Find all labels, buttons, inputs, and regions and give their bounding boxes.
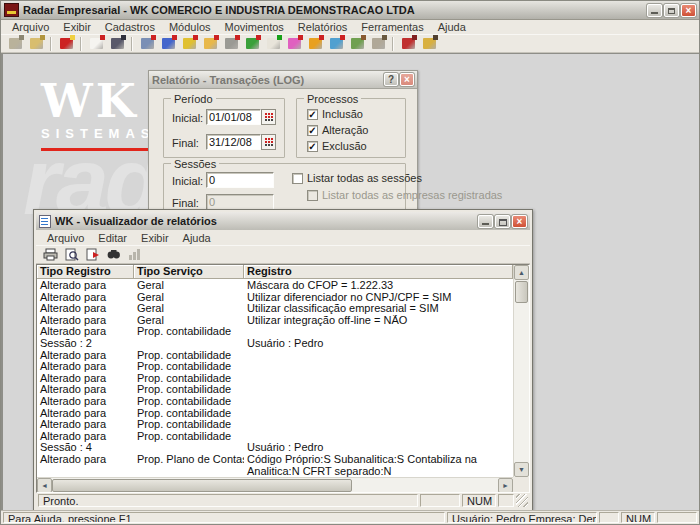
calendar-icon	[265, 138, 273, 146]
table-row[interactable]: Sessão : 4Usuário : Pedro	[37, 442, 513, 454]
scroll-down-icon[interactable]: ▼	[514, 462, 529, 477]
config-button[interactable]	[419, 35, 439, 52]
viewer-minimize-button[interactable]	[478, 215, 493, 228]
open-button[interactable]	[5, 35, 25, 52]
find-button[interactable]	[103, 246, 123, 263]
resize-grip[interactable]	[516, 494, 528, 507]
module-estoque-icon	[162, 38, 175, 49]
main-titlebar[interactable]: Radar Empresarial - WK COMERCIO E INDUST…	[1, 1, 699, 20]
module-rh-button[interactable]	[347, 35, 367, 52]
cell-registro: Usuário : Pedro	[244, 338, 513, 350]
processo-checkbox-inclusao[interactable]: ✓Inclusão	[307, 108, 363, 120]
table-row[interactable]: Alterado paraProp. contabilidade	[37, 384, 513, 396]
icon-accent	[361, 35, 366, 40]
export-button[interactable]	[82, 246, 102, 263]
module-fiscal-button[interactable]	[242, 35, 262, 52]
chart-button[interactable]	[124, 246, 144, 263]
vertical-scroll-track[interactable]	[514, 280, 529, 462]
menu-exibir[interactable]: Exibir	[56, 21, 98, 33]
module-faturamento-button[interactable]	[179, 35, 199, 52]
module-financeiro-button[interactable]	[200, 35, 220, 52]
sair-button[interactable]	[398, 35, 418, 52]
close-button[interactable]: ×	[681, 4, 696, 17]
minimize-button[interactable]	[647, 4, 662, 17]
module-pessoal-icon	[288, 38, 301, 49]
column-header-tipo-registro[interactable]: Tipo Registro	[37, 265, 134, 278]
status-pane	[599, 512, 619, 523]
periodo-final-input[interactable]: 31/12/08	[206, 134, 261, 150]
menu-relatorios[interactable]: Relatórios	[291, 21, 355, 33]
dialog-titlebar[interactable]: Relatório - Transações (LOG) ? ×	[149, 71, 417, 89]
viewer-menu-ajuda[interactable]: Ajuda	[176, 232, 218, 244]
menu-arquivo[interactable]: Arquivo	[5, 21, 56, 33]
processo-checkbox-alteracao[interactable]: ✓Alteração	[307, 124, 368, 136]
column-header-registro[interactable]: Registro	[244, 265, 513, 278]
table-row[interactable]: Alterado paraGeralUtilizar integração of…	[37, 315, 513, 327]
periodo-inicial-input[interactable]: 01/01/08	[206, 109, 261, 125]
module-compras-button[interactable]	[137, 35, 157, 52]
menu-ferramentas[interactable]: Ferramentas	[354, 21, 430, 33]
table-row[interactable]: Alterado paraProp. contabilidade	[37, 326, 513, 338]
table-row[interactable]: Alterado paraProp. contabilidade	[37, 396, 513, 408]
periodo-inicial-calendar-button[interactable]	[261, 109, 276, 125]
config-icon	[423, 38, 436, 49]
viewer-menu-exibir[interactable]: Exibir	[134, 232, 176, 244]
table-row[interactable]: Alterado paraProp. contabilidade	[37, 350, 513, 362]
print-preview-button[interactable]	[61, 246, 81, 263]
table-row[interactable]: Alterado paraProp. contabilidade	[37, 431, 513, 443]
viewer-menu-arquivo[interactable]: Arquivo	[40, 232, 91, 244]
table-row[interactable]: Alterado paraGeralMáscara do CFOP = 1.22…	[37, 280, 513, 292]
module-agenda-button[interactable]	[326, 35, 346, 52]
cell-tipo-servico: Prop. contabilidade	[134, 326, 244, 338]
restore-button[interactable]	[664, 4, 679, 17]
print-button[interactable]	[40, 246, 60, 263]
table-row[interactable]: Alterado paraProp. contabilidade	[37, 373, 513, 385]
menu-cadastros[interactable]: Cadastros	[98, 21, 162, 33]
table-row[interactable]: Alterado paraProp. contabilidade	[37, 408, 513, 420]
menu-ajuda[interactable]: Ajuda	[431, 21, 473, 33]
sessoes-inicial-input[interactable]: 0	[206, 172, 274, 188]
table-row[interactable]: Alterado paraGeralUtilizar classificação…	[37, 303, 513, 315]
folder-icon	[30, 38, 43, 49]
module-contabil-button[interactable]	[263, 35, 283, 52]
menu-movimentos[interactable]: Movimentos	[218, 21, 291, 33]
menu-modulos[interactable]: Módulos	[162, 21, 218, 33]
scroll-up-icon[interactable]: ▲	[514, 265, 529, 280]
viewer-num-indicator: NUM	[462, 494, 496, 507]
processo-checkbox-exclusao[interactable]: ✓Exclusão	[307, 140, 367, 152]
horizontal-scroll-thumb[interactable]	[52, 479, 352, 492]
folder-button[interactable]	[26, 35, 46, 52]
scroll-right-icon[interactable]: ►	[498, 478, 513, 493]
scroll-left-icon[interactable]: ◄	[37, 478, 52, 493]
dialog-close-button[interactable]: ×	[400, 73, 414, 86]
minimize-icon	[651, 12, 658, 14]
module-seguranca-button[interactable]	[368, 35, 388, 52]
viewer-close-button[interactable]: ×	[512, 215, 527, 228]
table-row[interactable]: Alterado paraProp. contabilidade	[37, 419, 513, 431]
module-producao-button[interactable]	[221, 35, 241, 52]
module-financeiro-icon	[204, 38, 217, 49]
processos-label: Processos	[304, 93, 361, 105]
module-pessoal-button[interactable]	[284, 35, 304, 52]
table-row[interactable]: Alterado paraGeralUtilizar diferenciador…	[37, 292, 513, 304]
backup-tape-button[interactable]	[56, 35, 76, 52]
table-row[interactable]: Alterado paraProp. contabilidade	[37, 361, 513, 373]
horizontal-scroll-track[interactable]	[52, 478, 498, 492]
table-row[interactable]: Alterado paraProp. Plano de ContasCódigo…	[37, 454, 513, 477]
dialog-help-button[interactable]: ?	[384, 73, 398, 86]
vertical-scroll-thumb[interactable]	[515, 281, 528, 303]
users-button[interactable]	[107, 35, 127, 52]
vertical-scrollbar[interactable]: ▲ ▼	[513, 265, 529, 477]
viewer-menu-editar[interactable]: Editar	[91, 232, 134, 244]
module-estoque-button[interactable]	[158, 35, 178, 52]
viewer-maximize-button[interactable]	[495, 215, 510, 228]
table-row[interactable]: Sessão : 2Usuário : Pedro	[37, 338, 513, 350]
periodo-final-calendar-button[interactable]	[261, 134, 276, 150]
viewer-titlebar[interactable]: WK - Visualizador de relatórios ×	[36, 212, 530, 230]
module-atualizacao-button[interactable]	[305, 35, 325, 52]
viewer-title: WK - Visualizador de relatórios	[55, 215, 474, 227]
column-header-tipo-servico[interactable]: Tipo Serviço	[134, 265, 244, 278]
horizontal-scrollbar[interactable]: ◄ ►	[37, 477, 513, 492]
company-doc-button[interactable]	[86, 35, 106, 52]
listar-sessoes-checkbox[interactable]: Listar todas as sessões	[292, 172, 422, 184]
